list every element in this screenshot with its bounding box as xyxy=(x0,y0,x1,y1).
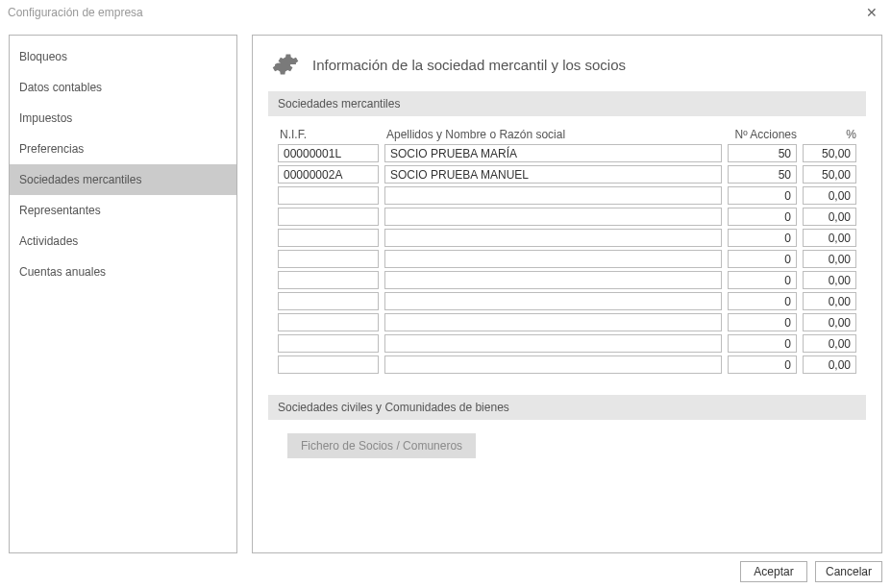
sidebar-item-bloqueos[interactable]: Bloqueos xyxy=(10,41,236,72)
page-title: Información de la sociedad mercantil y l… xyxy=(312,57,626,73)
table-row: 00,00 xyxy=(278,292,856,310)
cell-name[interactable] xyxy=(384,208,722,226)
sidebar-item-preferencias[interactable]: Preferencias xyxy=(10,134,236,164)
table-row: 00,00 xyxy=(278,186,856,205)
cell-acciones[interactable]: 0 xyxy=(728,208,797,226)
cell-pct[interactable]: 50,00 xyxy=(803,144,856,162)
col-header-name: Apellidos y Nombre o Razón social xyxy=(386,128,722,141)
cell-nif[interactable] xyxy=(278,186,379,205)
sidebar-item-cuentas-anuales[interactable]: Cuentas anuales xyxy=(10,257,236,287)
cell-acciones[interactable]: 0 xyxy=(728,271,797,289)
col-header-pct: % xyxy=(803,128,856,141)
close-icon[interactable]: ✕ xyxy=(860,3,883,22)
cell-name[interactable] xyxy=(384,334,722,353)
col-header-nif: N.I.F. xyxy=(280,128,381,141)
section-header-civiles: Sociedades civiles y Comunidades de bien… xyxy=(268,395,866,420)
table-row: 00,00 xyxy=(278,208,856,226)
cell-acciones[interactable]: 0 xyxy=(728,229,797,247)
cell-nif[interactable] xyxy=(278,208,379,226)
cell-pct[interactable]: 0,00 xyxy=(803,229,856,247)
cell-name[interactable]: SOCIO PRUEBA MARÍA xyxy=(384,144,722,162)
cell-acciones[interactable]: 0 xyxy=(728,250,797,268)
sidebar: BloqueosDatos contablesImpuestosPreferen… xyxy=(9,35,237,553)
cell-nif[interactable] xyxy=(278,334,379,353)
cell-pct[interactable]: 50,00 xyxy=(803,165,856,184)
table-row: 00,00 xyxy=(278,271,856,289)
cell-name[interactable] xyxy=(384,250,722,268)
cell-acciones[interactable]: 0 xyxy=(728,186,797,205)
sidebar-item-sociedades-mercantiles[interactable]: Sociedades mercantiles xyxy=(10,164,236,195)
cell-nif[interactable]: 00000001L xyxy=(278,144,379,162)
table-row: 00,00 xyxy=(278,313,856,331)
sidebar-item-representantes[interactable]: Representantes xyxy=(10,195,236,226)
sidebar-item-datos-contables[interactable]: Datos contables xyxy=(10,72,236,103)
cell-nif[interactable] xyxy=(278,271,379,289)
cell-pct[interactable]: 0,00 xyxy=(803,208,856,226)
cell-name[interactable]: SOCIO PRUEBA MANUEL xyxy=(384,165,722,184)
table-row: 00,00 xyxy=(278,334,856,353)
gear-icon xyxy=(272,51,299,78)
sidebar-item-actividades[interactable]: Actividades xyxy=(10,226,236,257)
cell-name[interactable] xyxy=(384,229,722,247)
cell-acciones[interactable]: 0 xyxy=(728,355,797,374)
cell-pct[interactable]: 0,00 xyxy=(803,355,856,374)
cell-nif[interactable] xyxy=(278,250,379,268)
cell-pct[interactable]: 0,00 xyxy=(803,250,856,268)
table-row: 00000002ASOCIO PRUEBA MANUEL5050,00 xyxy=(278,165,856,184)
cell-nif[interactable] xyxy=(278,292,379,310)
cell-name[interactable] xyxy=(384,313,722,331)
cell-name[interactable] xyxy=(384,186,722,205)
cell-pct[interactable]: 0,00 xyxy=(803,186,856,205)
cancel-button[interactable]: Cancelar xyxy=(815,561,882,582)
sidebar-item-impuestos[interactable]: Impuestos xyxy=(10,103,236,134)
cell-nif[interactable] xyxy=(278,229,379,247)
cell-acciones[interactable]: 0 xyxy=(728,313,797,331)
cell-name[interactable] xyxy=(384,355,722,374)
cell-acciones[interactable]: 0 xyxy=(728,292,797,310)
cell-pct[interactable]: 0,00 xyxy=(803,313,856,331)
cell-nif[interactable] xyxy=(278,355,379,374)
cell-pct[interactable]: 0,00 xyxy=(803,334,856,353)
cell-acciones[interactable]: 50 xyxy=(728,144,797,162)
table-row: 00000001LSOCIO PRUEBA MARÍA5050,00 xyxy=(278,144,856,162)
table-row: 00,00 xyxy=(278,355,856,374)
col-header-acciones: Nº Acciones xyxy=(728,128,797,141)
cell-pct[interactable]: 0,00 xyxy=(803,292,856,310)
table-row: 00,00 xyxy=(278,229,856,247)
main-panel: Información de la sociedad mercantil y l… xyxy=(252,35,882,553)
fichero-socios-button[interactable]: Fichero de Socios / Comuneros xyxy=(287,433,476,458)
accept-button[interactable]: Aceptar xyxy=(740,561,807,582)
window-title: Configuración de empresa xyxy=(8,6,143,19)
cell-nif[interactable]: 00000002A xyxy=(278,165,379,184)
cell-name[interactable] xyxy=(384,271,722,289)
table-row: 00,00 xyxy=(278,250,856,268)
cell-acciones[interactable]: 0 xyxy=(728,334,797,353)
cell-pct[interactable]: 0,00 xyxy=(803,271,856,289)
cell-acciones[interactable]: 50 xyxy=(728,165,797,184)
section-header-mercantiles: Sociedades mercantiles xyxy=(268,91,866,116)
cell-name[interactable] xyxy=(384,292,722,310)
cell-nif[interactable] xyxy=(278,313,379,331)
